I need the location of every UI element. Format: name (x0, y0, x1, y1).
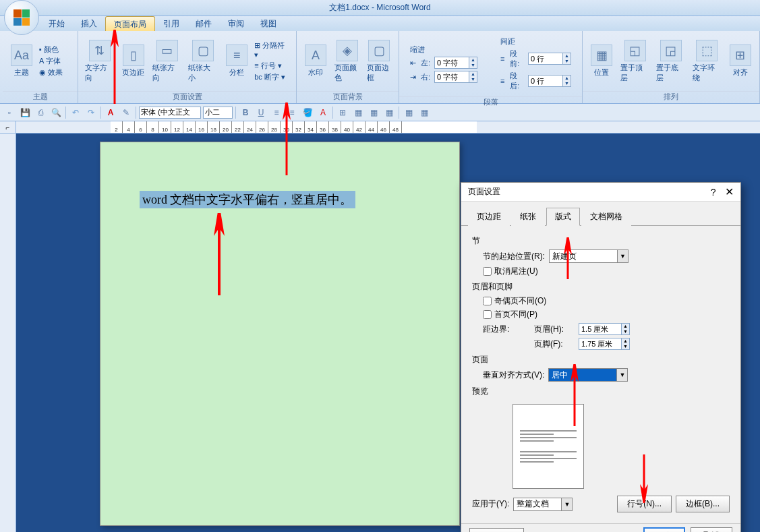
qat-shading[interactable]: ▦ (417, 106, 431, 119)
line-numbers-dialog-button[interactable]: 行号(N)... (617, 496, 672, 512)
indent-left-label: 左: (421, 58, 430, 68)
qat-borders[interactable]: ▦ (402, 106, 415, 119)
menu-start[interactable]: 开始 (40, 16, 73, 31)
qat-delete-row[interactable]: ▦ (367, 106, 380, 119)
columns-button[interactable]: ≡分栏 (223, 43, 250, 79)
qat-text-color[interactable]: A (316, 106, 330, 119)
qat-redo[interactable]: ↷ (84, 106, 98, 119)
tab-grid[interactable]: 文档网格 (581, 208, 631, 226)
themes-button[interactable]: Aa 主题 (8, 43, 35, 79)
theme-effects[interactable]: ◉ 效果 (39, 67, 63, 78)
theme-colors[interactable]: ▪ 颜色 (39, 45, 63, 55)
qat-insert-row[interactable]: ▦ (351, 106, 365, 119)
text-direction-button[interactable]: ⇅文字方向 (84, 38, 116, 84)
size-button[interactable]: ▢纸张大小 (187, 38, 219, 84)
menu-insert[interactable]: 插入 (73, 16, 105, 31)
text-direction-icon: ⇅ (89, 40, 111, 61)
page-setup-dialog: 页面设置 ? ✕ 页边距 纸张 版式 文档网格 节 节的起始位置(R): ▼ 取… (461, 182, 741, 532)
menu-references[interactable]: 引用 (155, 16, 187, 31)
qat-underline[interactable]: U (254, 106, 268, 119)
qat-fill-color[interactable]: 🪣 (301, 106, 314, 119)
document-page[interactable]: word 文档中文字水平偏右，竖直居中。 (100, 142, 460, 526)
cancel-button[interactable]: 取消 (691, 527, 732, 532)
qat-undo[interactable]: ↶ (69, 106, 82, 119)
dialog-help-button[interactable]: ? (711, 187, 716, 198)
font-name-input[interactable] (139, 107, 201, 119)
document-text[interactable]: word 文档中文字水平偏右，竖直居中。 (140, 191, 355, 208)
ruler-tick: 48 (390, 121, 402, 133)
tab-paper[interactable]: 纸张 (511, 208, 545, 226)
tab-selector[interactable]: ⌐ (0, 121, 16, 134)
send-back-button[interactable]: ◲置于底层 (655, 38, 686, 84)
chevron-down-icon[interactable]: ▼ (616, 369, 627, 381)
line-numbers-button[interactable]: ≡ 行号 ▾ (254, 61, 291, 71)
qat-table[interactable]: ⊞ (336, 106, 349, 119)
spacing-after-spinner[interactable]: ▲▼ (528, 75, 571, 87)
align-button[interactable]: ⊞对齐 (727, 43, 754, 79)
indent-left-spinner[interactable]: ▲▼ (434, 57, 477, 69)
odd-even-checkbox[interactable] (483, 297, 492, 305)
ruler-tick: 16 (196, 121, 208, 133)
align-icon: ⊞ (730, 45, 751, 66)
vertical-ruler[interactable] (0, 134, 16, 532)
qat-preview[interactable]: 🔍 (49, 106, 63, 119)
ruler-tick: 8 (147, 121, 159, 133)
default-button[interactable]: 默认(D)... (469, 528, 524, 532)
qat-font-color[interactable]: A (104, 106, 117, 119)
suppress-endnotes-checkbox[interactable] (483, 267, 492, 276)
ruler-tick: 28 (268, 121, 281, 133)
page-borders-button[interactable]: ▢页面边框 (366, 38, 394, 84)
qat-merge[interactable]: ▦ (382, 106, 396, 119)
chevron-down-icon[interactable]: ▼ (617, 250, 628, 262)
menu-view[interactable]: 视图 (252, 16, 285, 31)
qat-save[interactable]: 💾 (18, 106, 32, 119)
indent-right-icon: ⇥ (410, 73, 417, 82)
theme-fonts[interactable]: A 字体 (39, 56, 63, 66)
header-spinner[interactable]: ▲▼ (579, 323, 630, 335)
themes-label: 主题 (14, 67, 29, 78)
position-button[interactable]: ▦位置 (588, 43, 615, 79)
margins-button[interactable]: ▯页边距 (120, 43, 147, 79)
group-page-setup: 页面设置 (78, 91, 296, 103)
qat-align-center[interactable]: ≡ (285, 106, 299, 119)
margins-icon: ▯ (123, 45, 144, 66)
ok-button[interactable]: 确定 (643, 527, 685, 532)
office-logo-icon (13, 9, 30, 26)
section-start-combo[interactable]: ▼ (549, 249, 629, 263)
qat-print[interactable]: ⎙ (34, 106, 47, 119)
text-wrap-button[interactable]: ⬚文字环绕 (691, 38, 723, 84)
hyphenation-button[interactable]: bc 断字 ▾ (254, 72, 291, 82)
orientation-button[interactable]: ▭纸张方向 (151, 38, 183, 84)
bring-front-button[interactable]: ◱置于顶层 (619, 38, 651, 84)
watermark-button[interactable]: A水印 (302, 43, 329, 79)
font-size-input[interactable] (203, 107, 233, 119)
borders-dialog-button[interactable]: 边框(B)... (676, 496, 730, 512)
menu-page-layout[interactable]: 页面布局 (105, 16, 155, 31)
breaks-button[interactable]: ⊞ 分隔符 ▾ (254, 40, 291, 59)
qat-bold[interactable]: B (239, 106, 252, 119)
spacing-before-spinner[interactable]: ▲▼ (528, 53, 571, 65)
group-page-bg: 页面背景 (297, 91, 399, 103)
apply-to-combo[interactable]: ▼ (513, 498, 573, 511)
ruler-tick: 40 (341, 121, 353, 133)
qat-align-left[interactable]: ≡ (270, 106, 283, 119)
horizontal-ruler[interactable]: 2468101214161820222426283032343638404244… (111, 121, 477, 133)
ruler-tick: 24 (244, 121, 256, 133)
chevron-down-icon[interactable]: ▼ (561, 498, 572, 510)
tab-margins[interactable]: 页边距 (468, 208, 510, 226)
page-color-button[interactable]: ◈页面颜色 (333, 38, 361, 84)
first-page-checkbox[interactable] (483, 310, 492, 319)
qat-highlight[interactable]: ✎ (119, 106, 133, 119)
qat-new[interactable]: ▫ (3, 106, 16, 119)
office-button[interactable] (4, 0, 39, 35)
indent-right-spinner[interactable]: ▲▼ (434, 71, 477, 83)
ruler-tick: 20 (220, 121, 232, 133)
indent-header: 缩进 (410, 45, 477, 55)
dialog-close-button[interactable]: ✕ (725, 186, 734, 198)
menu-review[interactable]: 审阅 (220, 16, 252, 31)
footer-label: 页脚(F): (534, 338, 575, 350)
footer-spinner[interactable]: ▲▼ (579, 338, 630, 350)
valign-combo[interactable]: ▼ (548, 368, 628, 382)
menu-mailings[interactable]: 邮件 (187, 16, 220, 31)
tab-layout[interactable]: 版式 (546, 208, 580, 226)
